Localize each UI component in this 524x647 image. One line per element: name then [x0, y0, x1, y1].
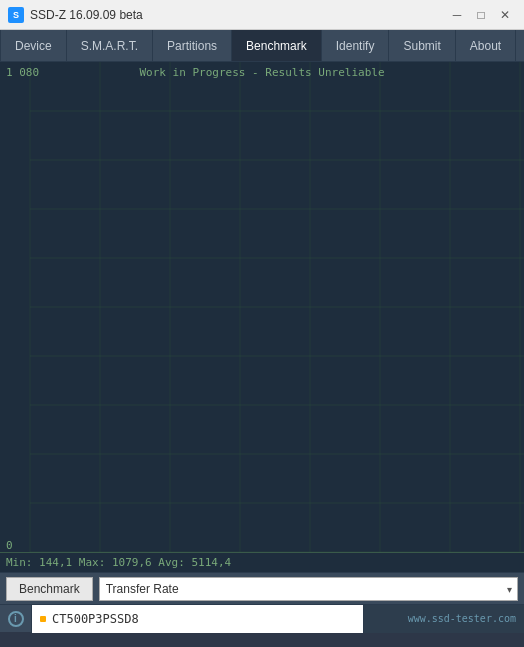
tab-benchmark[interactable]: Benchmark: [232, 30, 322, 61]
title-bar-controls: ─ □ ✕: [446, 4, 516, 26]
window-title: SSD-Z 16.09.09 beta: [30, 8, 143, 22]
info-icon: i: [8, 611, 24, 627]
tab-about[interactable]: About: [456, 30, 516, 61]
y-label-bottom: 0: [6, 539, 13, 552]
chart-status-text: Work in Progress - Results Unreliable: [0, 66, 524, 79]
title-bar-left: S SSD-Z 16.09.09 beta: [8, 7, 143, 23]
chart-container: 1 080 Work in Progress - Results Unrelia…: [0, 62, 524, 572]
transfer-rate-dropdown-wrapper: Transfer Rate IOPS Access Time ▾: [99, 577, 518, 601]
menu-bar: Device S.M.A.R.T. Partitions Benchmark I…: [0, 30, 524, 62]
tab-smart[interactable]: S.M.A.R.T.: [67, 30, 153, 61]
tab-submit[interactable]: Submit: [389, 30, 455, 61]
stats-bar: Min: 144,1 Max: 1079,6 Avg: 5114,4: [0, 552, 524, 572]
title-bar: S SSD-Z 16.09.09 beta ─ □ ✕: [0, 0, 524, 30]
status-device-area: CT500P3PSSD8: [32, 605, 364, 633]
device-name: CT500P3PSSD8: [52, 612, 139, 626]
controls-row: Benchmark Transfer Rate IOPS Access Time…: [0, 572, 524, 604]
stats-text: Min: 144,1 Max: 1079,6 Avg: 5114,4: [6, 556, 231, 569]
minimize-button[interactable]: ─: [446, 4, 468, 26]
tab-device[interactable]: Device: [0, 30, 67, 61]
chart-area: 1 080 Work in Progress - Results Unrelia…: [0, 62, 524, 572]
device-indicator: [40, 616, 46, 622]
status-bar: i CT500P3PSSD8 www.ssd-tester.com: [0, 604, 524, 632]
benchmark-button[interactable]: Benchmark: [6, 577, 93, 601]
tab-partitions[interactable]: Partitions: [153, 30, 232, 61]
status-url-area: www.ssd-tester.com: [364, 605, 524, 633]
close-button[interactable]: ✕: [494, 4, 516, 26]
tab-identify[interactable]: Identify: [322, 30, 390, 61]
app-icon: S: [8, 7, 24, 23]
status-icon-area: i: [0, 605, 32, 633]
chart-grid: [0, 62, 524, 572]
maximize-button[interactable]: □: [470, 4, 492, 26]
status-url: www.ssd-tester.com: [408, 613, 516, 624]
benchmark-type-select[interactable]: Transfer Rate IOPS Access Time: [99, 577, 518, 601]
